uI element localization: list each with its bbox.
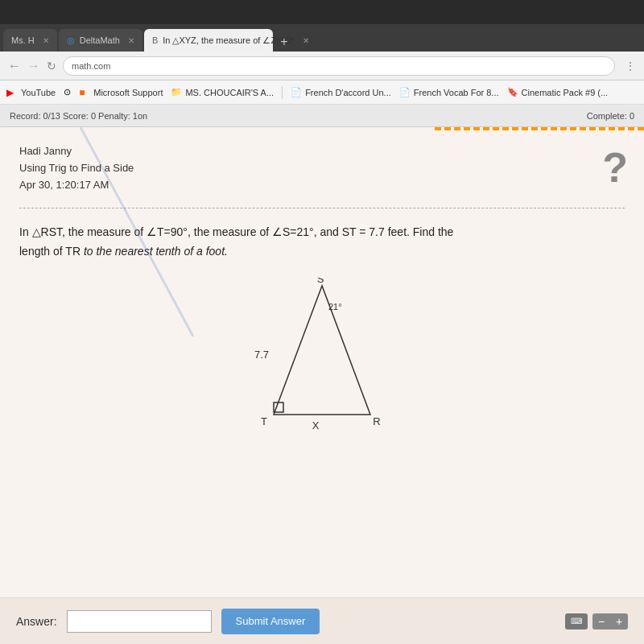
bold-b-icon: B bbox=[152, 35, 158, 45]
divider bbox=[19, 208, 625, 208]
back-icon[interactable]: ← bbox=[8, 59, 21, 73]
sub-header: Record: 0/13 Score: 0 Penalty: 1on Compl… bbox=[0, 105, 644, 127]
bookmark-label: YouTube bbox=[21, 88, 56, 97]
tab-deltamath[interactable]: ◎ DeltaMath ✕ bbox=[59, 29, 142, 52]
problem-line1: In △RST, the measure of ∠T=90°, the meas… bbox=[19, 225, 453, 238]
divider bbox=[282, 86, 283, 99]
problem-header: Hadi Janny Using Trig to Find a Side Apr… bbox=[0, 127, 644, 201]
orange-dots-decoration bbox=[435, 127, 644, 130]
bookmark-label: MS. CHOUCAIR'S A... bbox=[185, 88, 274, 97]
bookmark-icon: ⊙ bbox=[64, 87, 71, 97]
tab-bar: Ms. H ✕ ◎ DeltaMath ✕ B In △XYZ, the mea… bbox=[0, 24, 644, 52]
bookmark-label: French Vocab For 8... bbox=[414, 88, 499, 97]
ms-icon: ■ bbox=[79, 87, 90, 98]
svg-text:R: R bbox=[373, 415, 380, 427]
bookmark-label: Cinematic Pack #9 (... bbox=[522, 88, 609, 97]
answer-input[interactable] bbox=[67, 610, 212, 633]
tab-ms-h[interactable]: Ms. H ✕ bbox=[3, 29, 57, 52]
bookmark-french-vocab[interactable]: 📄 French Vocab For 8... bbox=[399, 87, 499, 97]
problem-italic: to the nearest tenth of a foot. bbox=[84, 245, 228, 258]
record-score: Record: 0/13 Score: 0 Penalty: 1on bbox=[10, 111, 147, 121]
complete-count: Complete: 0 bbox=[587, 111, 634, 121]
deltamath-icon: ◎ bbox=[67, 35, 75, 46]
help-icon[interactable]: ? bbox=[602, 143, 628, 192]
refresh-icon[interactable]: ↻ bbox=[47, 60, 56, 72]
address-input[interactable] bbox=[63, 56, 615, 76]
bookmark-label: French D'accord Un... bbox=[305, 88, 391, 97]
svg-text:T: T bbox=[261, 415, 267, 427]
doc-icon: 📄 bbox=[291, 87, 302, 97]
folder-icon: 🔖 bbox=[507, 87, 518, 97]
tab-close-icon[interactable]: ✕ bbox=[43, 36, 49, 45]
bookmark-french-accord[interactable]: 📄 French D'accord Un... bbox=[291, 87, 391, 97]
answer-bar: Answer: Submit Answer ⌨ − + bbox=[0, 597, 644, 644]
svg-marker-1 bbox=[274, 286, 370, 415]
tab-close-icon[interactable]: ✕ bbox=[303, 36, 309, 45]
zoom-out-button[interactable]: − bbox=[592, 613, 610, 630]
diagram-container: S T R 21° 7.7 X bbox=[0, 278, 644, 439]
forward-icon[interactable]: → bbox=[27, 59, 40, 73]
bookmark-choucair[interactable]: 📁 MS. CHOUCAIR'S A... bbox=[171, 87, 274, 97]
svg-text:21°: 21° bbox=[328, 302, 342, 312]
triangle-diagram: S T R 21° 7.7 X bbox=[233, 278, 411, 439]
student-name: Hadi Janny bbox=[19, 143, 625, 160]
svg-text:7.7: 7.7 bbox=[254, 349, 269, 361]
address-bar: ← → ↻ ⋮ bbox=[0, 52, 644, 80]
extensions-icon[interactable]: ⋮ bbox=[625, 60, 636, 72]
bookmark-ms-support[interactable]: ■ Microsoft Support bbox=[79, 87, 163, 98]
zoom-in-button[interactable]: + bbox=[610, 613, 628, 630]
doc-icon: 📄 bbox=[399, 87, 411, 97]
bookmark-youtube[interactable]: ▶ YouTube bbox=[6, 87, 56, 98]
tab-problem-active[interactable]: B In △XYZ, the measure of ∠Z=90° ✕ bbox=[144, 29, 273, 52]
tab-label: DeltaMath bbox=[80, 35, 120, 45]
date-label: Apr 30, 1:20:17 AM bbox=[19, 177, 625, 194]
folder-icon: 📁 bbox=[171, 87, 182, 97]
keyboard-icon-button[interactable]: ⌨ bbox=[565, 613, 588, 630]
keyboard-controls: ⌨ − + bbox=[565, 613, 628, 630]
svg-text:X: X bbox=[312, 419, 320, 431]
topic-label: Using Trig to Find a Side bbox=[19, 160, 625, 177]
tab-label: Ms. H bbox=[11, 35, 35, 45]
problem-line2: length of TR bbox=[19, 245, 80, 258]
main-content: ? Hadi Janny Using Trig to Find a Side A… bbox=[0, 127, 644, 644]
youtube-icon: ▶ bbox=[6, 87, 18, 98]
zoom-buttons: − + bbox=[592, 613, 628, 630]
tab-close-icon[interactable]: ✕ bbox=[128, 36, 134, 45]
bookmark-label: Microsoft Support bbox=[93, 88, 163, 97]
bookmark-cinematic[interactable]: 🔖 Cinematic Pack #9 (... bbox=[507, 87, 609, 97]
new-tab-button[interactable]: + bbox=[275, 32, 294, 52]
bookmarks-bar: ▶ YouTube ⊙ ■ Microsoft Support 📁 MS. CH… bbox=[0, 80, 644, 105]
top-bar bbox=[0, 0, 644, 24]
answer-label: Answer: bbox=[16, 615, 57, 628]
submit-button[interactable]: Submit Answer bbox=[221, 609, 320, 634]
svg-text:S: S bbox=[317, 278, 324, 285]
problem-text: In △RST, the measure of ∠T=90°, the meas… bbox=[0, 215, 644, 270]
